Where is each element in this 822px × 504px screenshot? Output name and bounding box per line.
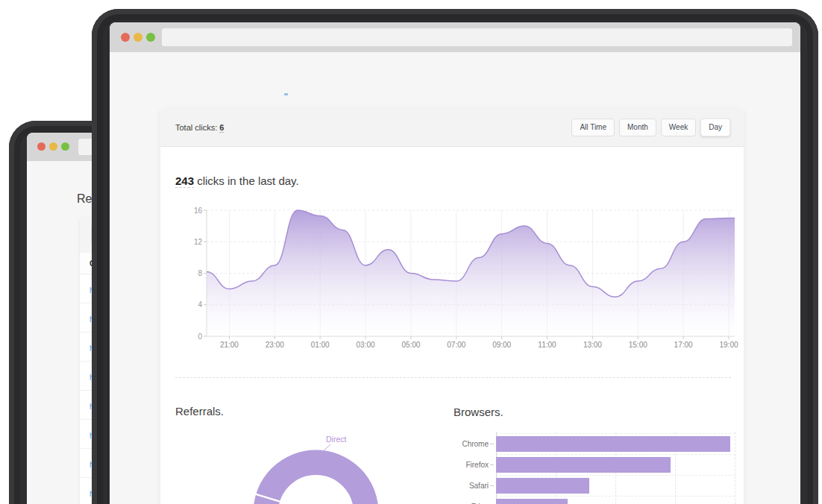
close-window-icon[interactable]	[121, 33, 130, 42]
total-clicks-label: Total clicks: 6	[175, 123, 224, 132]
close-window-icon[interactable]	[37, 142, 46, 151]
svg-text:23:00: 23:00	[266, 341, 284, 349]
bar-axis-tick	[490, 444, 494, 444]
bar-axis-tick	[490, 464, 494, 465]
bar-row-firefox: Firefox	[448, 454, 747, 475]
svg-text:8: 8	[198, 269, 202, 277]
svg-text:01:00: 01:00	[311, 341, 330, 349]
bar-value-safari	[496, 478, 589, 494]
svg-text:15:00: 15:00	[629, 341, 647, 349]
bar-track	[496, 433, 735, 454]
time-filter-group: All TimeMonthWeekDay	[571, 119, 730, 136]
total-clicks-text: Total clicks:	[175, 123, 217, 132]
clicks-headline: 243 clicks in the last day.	[175, 174, 299, 187]
svg-text:03:00: 03:00	[357, 341, 375, 349]
svg-text:12: 12	[194, 238, 203, 246]
browsers-bar-chart: ChromeFirefoxSafariEdgeOther	[448, 431, 747, 504]
svg-text:11:00: 11:00	[538, 341, 556, 349]
front-browser-toolbar	[110, 22, 800, 52]
bar-axis-tick	[490, 485, 494, 486]
svg-text:05:00: 05:00	[401, 341, 420, 349]
front-url-bar[interactable]	[162, 28, 792, 46]
bar-value-firefox	[496, 457, 671, 473]
section-divider	[175, 377, 731, 378]
minimize-window-icon[interactable]	[134, 33, 142, 42]
svg-text:21:00: 21:00	[220, 341, 239, 349]
svg-text:0: 0	[198, 333, 202, 341]
bar-track	[496, 496, 735, 504]
bar-category-label: Chrome	[448, 440, 490, 448]
donut-ring	[266, 462, 366, 504]
clicks-count: 243	[175, 174, 194, 188]
stats-bar: Total clicks: 6 All TimeMonthWeekDay	[160, 108, 744, 147]
svg-text:17:00: 17:00	[674, 341, 693, 349]
clicks-area-chart: 161284021:0023:0001:0003:0005:0007:0009:…	[172, 200, 746, 360]
clicks-headline-text: clicks in the last day.	[194, 174, 299, 187]
bar-track	[496, 475, 735, 496]
area-chart-fill	[207, 210, 735, 336]
browsers-section-title: Browsers.	[454, 406, 503, 418]
analytics-card: Total clicks: 6 All TimeMonthWeekDay 243…	[160, 108, 744, 504]
bar-row-edge: Edge	[448, 496, 747, 504]
bar-chart-rows: ChromeFirefoxSafariEdgeOther	[448, 431, 747, 504]
maximize-window-icon[interactable]	[61, 142, 69, 151]
filter-button-all-time[interactable]: All Time	[571, 119, 615, 136]
tiny-blue-mark	[284, 93, 288, 95]
back-window-controls	[37, 142, 69, 151]
svg-text:07:00: 07:00	[447, 341, 465, 349]
donut-segment-label: Direct	[326, 435, 347, 444]
svg-text:09:00: 09:00	[492, 341, 511, 349]
bar-category-label: Firefox	[448, 461, 490, 469]
front-browser-window: Total clicks: 6 All TimeMonthWeekDay 243…	[110, 22, 800, 504]
filter-button-month[interactable]: Month	[619, 119, 656, 136]
front-window-controls	[121, 33, 155, 42]
bar-row-safari: Safari	[448, 475, 747, 496]
minimize-window-icon[interactable]	[49, 142, 57, 151]
bar-value-chrome	[496, 436, 730, 452]
filter-button-day[interactable]: Day	[700, 119, 730, 136]
bar-value-edge	[496, 499, 568, 504]
bar-category-label: Safari	[448, 482, 490, 490]
svg-text:16: 16	[194, 207, 203, 215]
total-clicks-value: 6	[219, 123, 224, 133]
bar-row-chrome: Chrome	[448, 433, 747, 454]
front-window-content: Total clicks: 6 All TimeMonthWeekDay 243…	[110, 52, 800, 504]
bar-track	[496, 454, 735, 475]
svg-text:4: 4	[198, 300, 202, 309]
referrals-section-title: Referrals.	[175, 405, 224, 418]
referrals-donut-chart: Direct	[246, 429, 388, 504]
svg-text:13:00: 13:00	[583, 341, 602, 349]
filter-button-week[interactable]: Week	[661, 119, 696, 136]
maximize-window-icon[interactable]	[146, 33, 155, 42]
svg-text:19:00: 19:00	[719, 341, 738, 349]
